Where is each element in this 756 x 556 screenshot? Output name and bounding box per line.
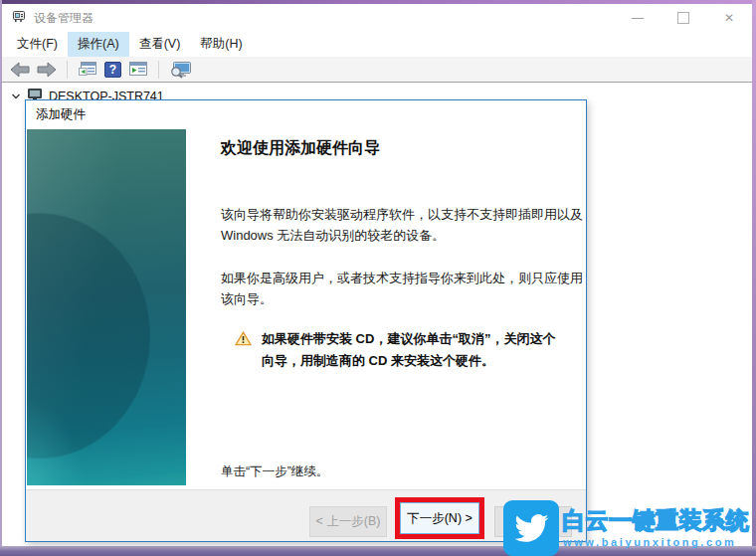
frame-border-top <box>0 0 756 4</box>
toolbar-separator <box>67 61 68 79</box>
menu-file[interactable]: 文件(F) <box>7 32 68 57</box>
window-controls: — ✕ <box>615 4 752 32</box>
frame-border-left <box>0 0 2 556</box>
warning-icon <box>235 331 252 350</box>
red-annotation-box: 下一步(N) > <box>395 497 484 539</box>
back-arrow-icon[interactable] <box>10 62 30 78</box>
wizard-page: 欢迎使用添加硬件向导 该向导将帮助你安装驱动程序软件，以支持不支持即插即用以及 … <box>26 127 586 489</box>
watermark-brand: 白云一键重装系统 <box>562 505 749 536</box>
wizard-heading: 欢迎使用添加硬件向导 <box>221 138 380 159</box>
continue-hint: 单击“下一步”继续。 <box>221 463 328 480</box>
chevron-down-icon[interactable] <box>11 90 21 103</box>
next-button[interactable]: 下一步(N) > <box>400 502 479 534</box>
wizard-sidebar-image <box>27 129 186 485</box>
maximize-button[interactable] <box>661 4 706 32</box>
maximize-icon <box>677 12 689 24</box>
help-icon[interactable]: ? <box>104 62 121 78</box>
svg-text:?: ? <box>109 63 116 77</box>
menu-action[interactable]: 操作(A) <box>68 32 129 57</box>
show-properties-icon[interactable] <box>128 61 148 78</box>
minimize-button[interactable]: — <box>615 4 661 32</box>
menubar: 文件(F) 操作(A) 查看(V) 帮助(H) <box>2 32 752 57</box>
titlebar: 设备管理器 — ✕ <box>2 4 752 32</box>
add-hardware-wizard-dialog: 添加硬件 欢迎使用添加硬件向导 该向导将帮助你安装驱动程序软件，以支持不支持即插… <box>25 99 587 542</box>
watermark-twitter-icon <box>503 500 559 556</box>
menu-help[interactable]: 帮助(H) <box>190 32 252 57</box>
forward-arrow-icon[interactable] <box>37 62 57 78</box>
dialog-title: 添加硬件 <box>26 100 586 127</box>
close-button[interactable]: ✕ <box>706 4 752 32</box>
window-title: 设备管理器 <box>34 10 94 27</box>
show-console-tree-icon[interactable] <box>78 61 97 78</box>
back-button[interactable]: < 上一步(B) <box>309 506 387 537</box>
scan-hardware-changes-icon[interactable] <box>169 61 192 79</box>
wizard-intro-text: 该向导将帮助你安装驱动程序软件，以支持不支持即插即用以及 Windows 无法自… <box>221 204 586 246</box>
watermark-url: www.baiyunxitong.com <box>563 536 736 548</box>
wizard-advanced-text: 如果你是高级用户，或者技术支持指导你来到此处，则只应使用该向导。 <box>221 268 586 309</box>
frame-border-right <box>752 0 756 556</box>
wizard-button-bar: < 上一步(B) 下一步(N) > 取消 <box>26 489 586 541</box>
menu-view[interactable]: 查看(V) <box>129 32 191 57</box>
warning-text: 如果硬件带安装 CD，建议你单击“取消”，关闭这个向导，用制造商的 CD 来安装… <box>262 328 568 372</box>
toolbar: ? <box>2 57 752 83</box>
device-manager-icon <box>11 8 27 28</box>
screenshot-frame: 设备管理器 — ✕ 文件(F) 操作(A) 查看(V) 帮助(H) <box>0 0 756 556</box>
toolbar-separator <box>158 61 159 79</box>
